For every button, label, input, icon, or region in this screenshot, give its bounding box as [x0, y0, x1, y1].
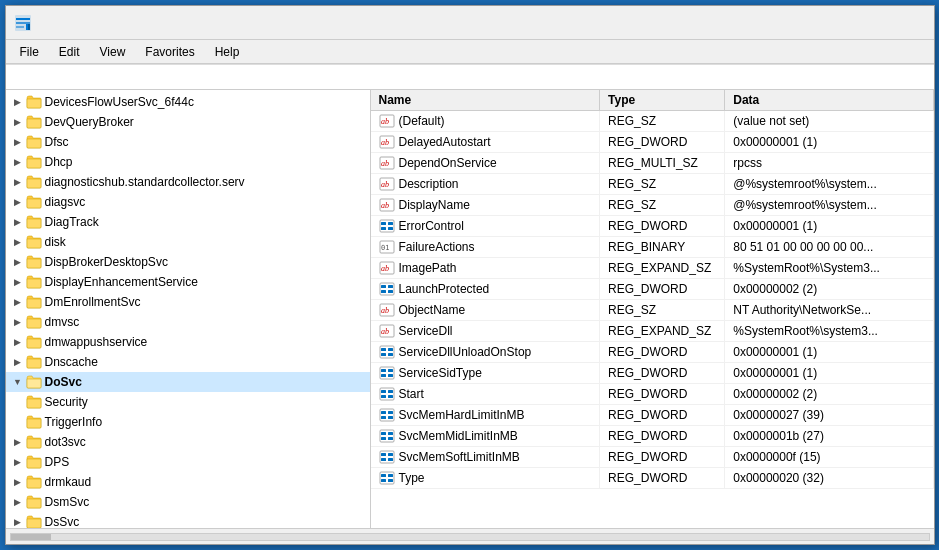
tree-item[interactable]: ▶ DmEnrollmentSvc — [6, 292, 370, 312]
folder-icon — [26, 194, 42, 210]
svg-rect-57 — [381, 437, 386, 440]
chevron-icon: ▶ — [10, 214, 26, 230]
svg-rect-19 — [381, 227, 386, 230]
svg-rect-68 — [388, 479, 393, 482]
table-row[interactable]: 01 FailureActionsREG_BINARY80 51 01 00 0… — [371, 237, 934, 258]
tree-item[interactable]: ▶ diagnosticshub.standardcollector.serv — [6, 172, 370, 192]
cell-name: ab DelayedAutostart — [371, 132, 600, 153]
table-row[interactable]: SvcMemSoftLimitInMBREG_DWORD0x0000000f (… — [371, 447, 934, 468]
tree-item-label: DmEnrollmentSvc — [45, 295, 141, 309]
tree-item[interactable]: ▶ DispBrokerDesktopSvc — [6, 252, 370, 272]
svg-rect-16 — [380, 220, 394, 232]
tree-item[interactable]: TriggerInfo — [6, 412, 370, 432]
tree-item[interactable]: ▶ disk — [6, 232, 370, 252]
table-row[interactable]: SvcMemHardLimitInMBREG_DWORD0x00000027 (… — [371, 405, 934, 426]
cell-data: 0x00000001 (1) — [725, 132, 933, 153]
tree-item[interactable]: ▶ DevicesFlowUserSvc_6f44c — [6, 92, 370, 112]
menu-edit[interactable]: Edit — [49, 43, 90, 61]
tree-item[interactable]: ▶ DisplayEnhancementService — [6, 272, 370, 292]
table-row[interactable]: LaunchProtectedREG_DWORD0x00000002 (2) — [371, 279, 934, 300]
table-row[interactable]: ab ImagePathREG_EXPAND_SZ%SystemRoot%\Sy… — [371, 258, 934, 279]
svg-rect-37 — [381, 353, 386, 356]
table-row[interactable]: TypeREG_DWORD0x00000020 (32) — [371, 468, 934, 489]
cell-type: REG_DWORD — [600, 384, 725, 405]
chevron-icon: ▶ — [10, 334, 26, 350]
cell-data: 0x00000002 (2) — [725, 279, 933, 300]
table-row[interactable]: ab DelayedAutostartREG_DWORD0x00000001 (… — [371, 132, 934, 153]
chevron-icon: ▶ — [10, 114, 26, 130]
tree-item[interactable]: ▶ DPS — [6, 452, 370, 472]
value-name: ServiceDll — [399, 324, 453, 338]
tree-item[interactable]: ▶ Dhcp — [6, 152, 370, 172]
chevron-icon: ▶ — [10, 154, 26, 170]
maximize-button[interactable] — [834, 6, 880, 40]
menu-help[interactable]: Help — [205, 43, 250, 61]
value-name: ServiceSidType — [399, 366, 482, 380]
svg-rect-25 — [380, 283, 394, 295]
tree-item[interactable]: ▶ DiagTrack — [6, 212, 370, 232]
tree-item[interactable]: ▶ DsmSvc — [6, 492, 370, 512]
table-row[interactable]: ab ObjectNameREG_SZNT Authority\NetworkS… — [371, 300, 934, 321]
folder-icon — [26, 494, 42, 510]
svg-rect-65 — [381, 474, 386, 477]
tree-item[interactable]: Security — [6, 392, 370, 412]
menu-favorites[interactable]: Favorites — [135, 43, 204, 61]
table-row[interactable]: ab (Default)REG_SZ(value not set) — [371, 111, 934, 132]
table-row[interactable]: ServiceDllUnloadOnStopREG_DWORD0x0000000… — [371, 342, 934, 363]
folder-icon — [26, 294, 42, 310]
cell-data: 0x00000002 (2) — [725, 384, 933, 405]
table-row[interactable]: ab DependOnServiceREG_MULTI_SZrpcss — [371, 153, 934, 174]
folder-icon — [26, 314, 42, 330]
svg-rect-48 — [388, 395, 393, 398]
tree-item[interactable]: ▶ Dfsc — [6, 132, 370, 152]
svg-rect-63 — [388, 458, 393, 461]
cell-name: ServiceDllUnloadOnStop — [371, 342, 600, 363]
folder-icon — [26, 454, 42, 470]
svg-rect-41 — [388, 369, 393, 372]
cell-data: 0x00000001 (1) — [725, 342, 933, 363]
detail-table: Name Type Data ab (Default)REG_SZ(value … — [371, 90, 934, 489]
tree-item[interactable]: ▼ DoSvc — [6, 372, 370, 392]
cell-type: REG_BINARY — [600, 237, 725, 258]
close-button[interactable] — [880, 6, 926, 40]
tree-item[interactable]: ▶ DevQueryBroker — [6, 112, 370, 132]
app-icon — [14, 14, 32, 32]
cell-name: SvcMemHardLimitInMB — [371, 405, 600, 426]
cell-data: 0x0000000f (15) — [725, 447, 933, 468]
menu-file[interactable]: File — [10, 43, 49, 61]
svg-rect-60 — [381, 453, 386, 456]
chevron-icon: ▶ — [10, 454, 26, 470]
tree-item[interactable]: ▶ dmwappushservice — [6, 332, 370, 352]
col-name: Name — [371, 90, 600, 111]
svg-rect-29 — [388, 290, 393, 293]
tree-item[interactable]: ▶ diagsvc — [6, 192, 370, 212]
minimize-button[interactable] — [788, 6, 834, 40]
detail-pane[interactable]: Name Type Data ab (Default)REG_SZ(value … — [371, 90, 934, 528]
tree-pane[interactable]: ▶ DevicesFlowUserSvc_6f44c▶ DevQueryBrok… — [6, 90, 371, 528]
table-row[interactable]: StartREG_DWORD0x00000002 (2) — [371, 384, 934, 405]
cell-type: REG_DWORD — [600, 363, 725, 384]
chevron-icon: ▶ — [10, 274, 26, 290]
tree-item[interactable]: ▶ dmvsc — [6, 312, 370, 332]
tree-item[interactable]: ▶ dot3svc — [6, 432, 370, 452]
svg-rect-50 — [381, 411, 386, 414]
cell-type: REG_DWORD — [600, 342, 725, 363]
table-row[interactable]: ab ServiceDllREG_EXPAND_SZ%SystemRoot%\s… — [371, 321, 934, 342]
table-row[interactable]: ErrorControlREG_DWORD0x00000001 (1) — [371, 216, 934, 237]
value-name: SvcMemSoftLimitInMB — [399, 450, 520, 464]
reg-value-icon — [379, 344, 395, 360]
svg-rect-45 — [381, 390, 386, 393]
table-row[interactable]: ab DisplayNameREG_SZ@%systemroot%\system… — [371, 195, 934, 216]
table-row[interactable]: SvcMemMidLimitInMBREG_DWORD0x0000001b (2… — [371, 426, 934, 447]
tree-item[interactable]: ▶ drmkaud — [6, 472, 370, 492]
menu-view[interactable]: View — [90, 43, 136, 61]
svg-rect-38 — [388, 353, 393, 356]
svg-rect-2 — [16, 22, 30, 24]
svg-rect-40 — [381, 369, 386, 372]
svg-rect-39 — [380, 367, 394, 379]
svg-rect-44 — [380, 388, 394, 400]
tree-item[interactable]: ▶ Dnscache — [6, 352, 370, 372]
tree-item[interactable]: ▶ DsSvc — [6, 512, 370, 528]
table-row[interactable]: ServiceSidTypeREG_DWORD0x00000001 (1) — [371, 363, 934, 384]
table-row[interactable]: ab DescriptionREG_SZ@%systemroot%\system… — [371, 174, 934, 195]
